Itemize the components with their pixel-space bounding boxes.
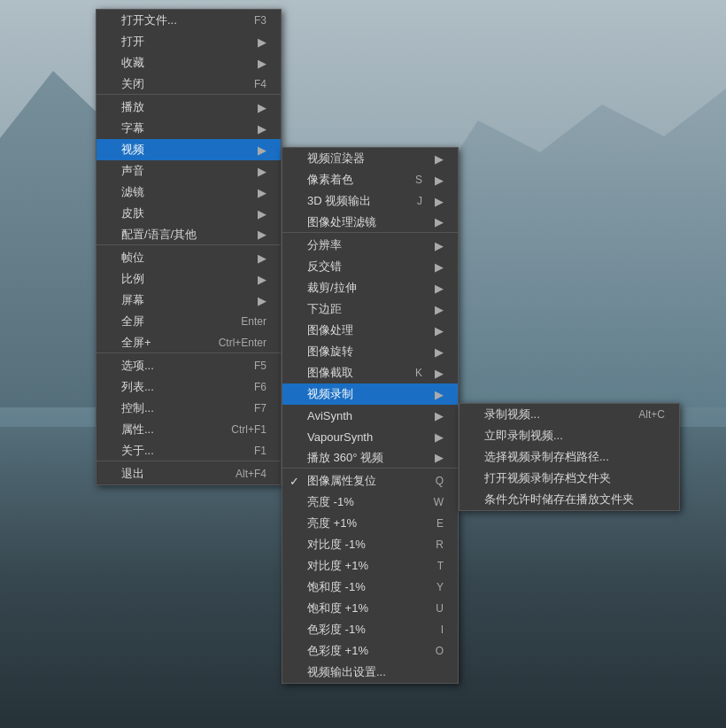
bottom-border[interactable]: 下边距 ▶ [282,298,458,320]
menu-item-skin[interactable]: 皮肤 ▶ [97,203,281,224]
menu-item-play[interactable]: 播放 ▶ [97,97,281,118]
video-renderer[interactable]: 视频渲染器 ▶ [282,148,458,169]
record-video[interactable]: 录制视频... Alt+C [460,404,679,425]
menu-item-frame[interactable]: 帧位 ▶ [97,247,281,268]
menu-item-exit[interactable]: 退出 Alt+F4 [97,463,281,484]
video-record[interactable]: 视频录制 ▶ [282,383,458,405]
contrast-plus[interactable]: 对比度 +1% T [282,555,458,577]
contrast-minus[interactable]: 对比度 -1% R [282,534,458,555]
open-folder[interactable]: 打开视频录制存档文件夹 [460,468,679,489]
menu-item-about[interactable]: 关于... F1 [97,440,281,461]
record-submenu: 录制视频... Alt+C 立即录制视频... 选择视频录制存档路径... 打开… [459,403,680,511]
menu-item-ratio[interactable]: 比例 ▶ [97,268,281,290]
img-capture[interactable]: 图像截取 K ▶ [282,362,458,383]
menu-item-fullscreen-plus[interactable]: 全屏+ Ctrl+Enter [97,332,281,353]
brightness-plus[interactable]: 亮度 +1% E [282,513,458,534]
pixel-color[interactable]: 像素着色 S ▶ [282,169,458,190]
resolution[interactable]: 分辨率 ▶ [282,235,458,256]
3d-output[interactable]: 3D 视频输出 J ▶ [282,190,458,212]
conditional-save[interactable]: 条件允许时储存在播放文件夹 [460,489,679,510]
menu-item-select[interactable]: 选项... F5 [97,355,281,376]
menu-item-favorites[interactable]: 收藏 ▶ [97,52,281,74]
menu-item-fullscreen[interactable]: 全屏 Enter [97,311,281,332]
menu-item-list[interactable]: 列表... F6 [97,376,281,398]
saturation-minus[interactable]: 饱和度 -1% Y [282,577,458,598]
menu-item-open[interactable]: 打开 ▶ [97,31,281,52]
img-processing[interactable]: 图像处理 ▶ [282,320,458,341]
360-video[interactable]: 播放 360° 视频 ▶ [282,447,458,469]
menu-item-audio[interactable]: 声音 ▶ [97,160,281,182]
crop[interactable]: 裁剪/拉伸 ▶ [282,277,458,298]
menu-item-subtitle[interactable]: 字幕 ▶ [97,118,281,139]
menu-item-settings[interactable]: 配置/语言/其他 ▶ [97,224,281,245]
menu-item-close[interactable]: 关闭 F4 [97,74,281,95]
video-submenu: 视频渲染器 ▶ 像素着色 S ▶ 3D 视频输出 J ▶ 图像处理滤镜 ▶ 分辨… [282,147,459,684]
brightness-minus[interactable]: 亮度 -1% W [282,492,458,513]
menu-item-open-file[interactable]: 打开文件... F3 [97,10,281,31]
img-rotate[interactable]: 图像旋转 ▶ [282,341,458,362]
instant-record[interactable]: 立即录制视频... [460,425,679,446]
avisynth[interactable]: AviSynth ▶ [282,405,458,426]
menu-overlay: 打开文件... F3 打开 ▶ 收藏 ▶ 关闭 F4 播放 ▶ 字幕 ▶ 视频 … [0,0,726,728]
img-prop-reset[interactable]: ✓ 图像属性复位 Q [282,470,458,492]
primary-menu: 打开文件... F3 打开 ▶ 收藏 ▶ 关闭 F4 播放 ▶ 字幕 ▶ 视频 … [96,9,282,485]
color-plus[interactable]: 色彩度 +1% O [282,640,458,662]
deinterlace[interactable]: 反交错 ▶ [282,256,458,277]
menu-item-video[interactable]: 视频 ▶ [97,139,281,160]
video-output-settings[interactable]: 视频输出设置... [282,662,458,683]
menu-item-control[interactable]: 控制... F7 [97,398,281,419]
vapoursynth[interactable]: VapourSynth ▶ [282,426,458,447]
menu-item-screen[interactable]: 屏幕 ▶ [97,290,281,311]
select-path[interactable]: 选择视频录制存档路径... [460,446,679,468]
saturation-plus[interactable]: 饱和度 +1% U [282,598,458,619]
color-minus[interactable]: 色彩度 -1% I [282,619,458,640]
img-filter[interactable]: 图像处理滤镜 ▶ [282,212,458,233]
menu-item-filter[interactable]: 滤镜 ▶ [97,182,281,203]
menu-item-properties[interactable]: 属性... Ctrl+F1 [97,419,281,440]
